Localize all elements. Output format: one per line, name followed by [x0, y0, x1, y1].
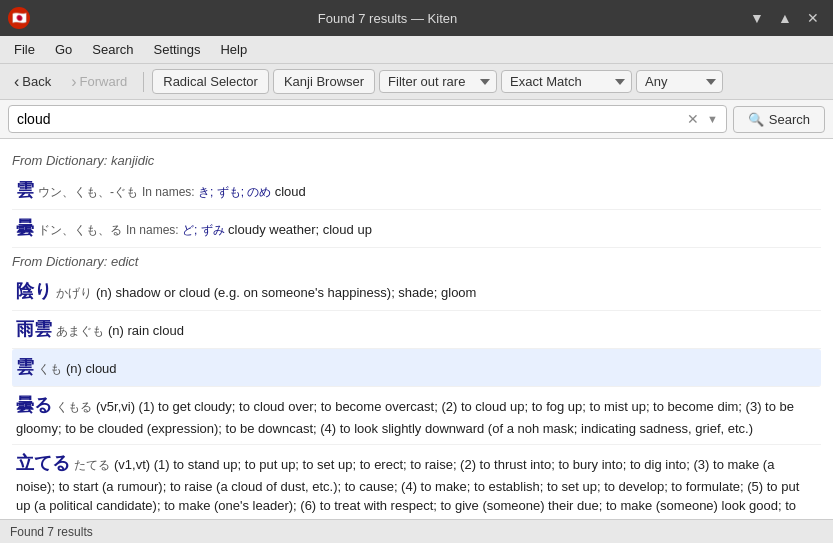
reading-text: くも — [38, 362, 62, 376]
menu-bar: File Go Search Settings Help — [0, 36, 833, 64]
definition-text: (v1,vt) (1) to stand up; to put up; to s… — [16, 457, 810, 520]
title-bar-left: 🇯🇵 — [8, 7, 30, 29]
kanji-text: 立てる — [16, 453, 70, 473]
reading-text: あまぐも — [56, 324, 104, 338]
filter-select[interactable]: Filter out rareShow allFilter very rare — [379, 70, 497, 93]
app-logo: 🇯🇵 — [8, 7, 30, 29]
definition-text: cloudy weather; cloud up — [228, 222, 372, 237]
reading-text: たてる — [74, 458, 110, 472]
status-text: Found 7 results — [10, 525, 93, 539]
results-area: From Dictionary: kanjidic雲ウン、くも、-ぐもIn na… — [0, 139, 833, 519]
kanji-text: 陰り — [16, 281, 52, 301]
list-item: 曇ドン、くも、るIn names: ど; ずみ cloudy weather; … — [12, 210, 821, 248]
list-item: 雲ウン、くも、-ぐもIn names: き; ずも; のめ cloud — [12, 172, 821, 210]
definition-text: cloud — [275, 184, 306, 199]
kanji-text: 雲 — [16, 180, 34, 200]
back-button[interactable]: Back — [6, 69, 59, 95]
in-names-label: In names: — [142, 185, 198, 199]
kanji-text: 雨雲 — [16, 319, 52, 339]
reading-text: ドン、くも、る — [38, 223, 122, 237]
dropdown-arrow-icon[interactable]: ▼ — [703, 111, 722, 127]
menu-go[interactable]: Go — [45, 39, 82, 60]
kanji-text: 曇る — [16, 395, 52, 415]
kanji-text: 曇 — [16, 218, 34, 238]
search-icon: 🔍 — [748, 112, 764, 127]
list-item: 立てるたてる(v1,vt) (1) to stand up; to put up… — [12, 445, 821, 520]
status-bar: Found 7 results — [0, 519, 833, 543]
title-bar: 🇯🇵 Found 7 results — Kiten ▼ ▲ ✕ — [0, 0, 833, 36]
menu-help[interactable]: Help — [210, 39, 257, 60]
any-select[interactable]: AnyNounVerbAdjective — [636, 70, 723, 93]
names-value: き; ずも; のめ — [198, 185, 275, 199]
dict-header: From Dictionary: kanjidic — [12, 153, 821, 168]
kanji-browser-button[interactable]: Kanji Browser — [273, 69, 375, 94]
chevron-right-icon — [71, 73, 76, 91]
reading-text: くもる — [56, 400, 92, 414]
maximize-button[interactable]: ▲ — [773, 6, 797, 30]
window-title: Found 7 results — Kiten — [318, 11, 457, 26]
menu-search[interactable]: Search — [82, 39, 143, 60]
definition-text: (v5r,vi) (1) to get cloudy; to cloud ove… — [16, 399, 794, 436]
match-select[interactable]: Exact MatchBeginning MatchAnywhere Match — [501, 70, 632, 93]
dict-header: From Dictionary: edict — [12, 254, 821, 269]
in-names-label: In names: — [126, 223, 182, 237]
close-button[interactable]: ✕ — [801, 6, 825, 30]
menu-file[interactable]: File — [4, 39, 45, 60]
search-input[interactable] — [13, 106, 683, 132]
names-value: ど; ずみ — [182, 223, 228, 237]
minimize-button[interactable]: ▼ — [745, 6, 769, 30]
menu-settings[interactable]: Settings — [144, 39, 211, 60]
toolbar: Back Forward Radical Selector Kanji Brow… — [0, 64, 833, 100]
reading-text: かげり — [56, 286, 92, 300]
forward-button[interactable]: Forward — [63, 69, 135, 95]
window-controls: ▼ ▲ ✕ — [745, 6, 825, 30]
list-item: 陰りかげり(n) shadow or cloud (e.g. on someon… — [12, 273, 821, 311]
clear-button[interactable]: ✕ — [683, 109, 703, 129]
reading-text: ウン、くも、-ぐも — [38, 185, 138, 199]
definition-text: (n) shadow or cloud (e.g. on someone's h… — [96, 285, 476, 300]
search-input-wrapper: ✕ ▼ — [8, 105, 727, 133]
list-item: 雲くも(n) cloud — [12, 349, 821, 387]
radical-selector-button[interactable]: Radical Selector — [152, 69, 269, 94]
list-item: 雨雲あまぐも(n) rain cloud — [12, 311, 821, 349]
definition-text: (n) rain cloud — [108, 323, 184, 338]
separator — [143, 72, 144, 92]
chevron-left-icon — [14, 73, 19, 91]
kanji-text: 雲 — [16, 357, 34, 377]
search-button[interactable]: 🔍 Search — [733, 106, 825, 133]
definition-text: (n) cloud — [66, 361, 117, 376]
search-bar: ✕ ▼ 🔍 Search — [0, 100, 833, 139]
list-item: 曇るくもる(v5r,vi) (1) to get cloudy; to clou… — [12, 387, 821, 445]
